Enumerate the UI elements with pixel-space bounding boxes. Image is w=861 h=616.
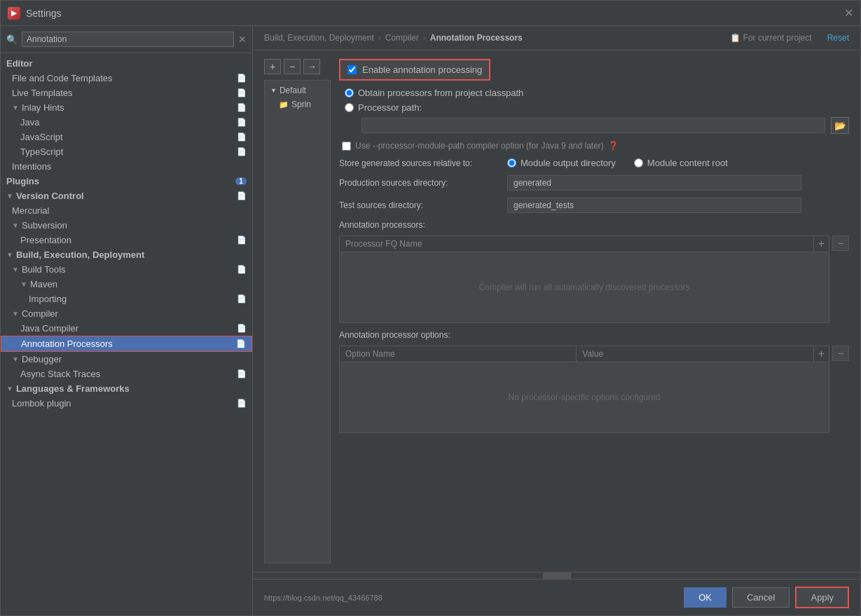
page-icon: 📄	[237, 294, 247, 303]
remove-profile-button[interactable]: −	[284, 59, 301, 74]
apply-button[interactable]: Apply	[795, 587, 849, 608]
cancel-button[interactable]: Cancel	[732, 587, 790, 608]
option-value-col: Value	[577, 346, 813, 362]
annotation-processors-label: Annotation Processors	[21, 338, 113, 349]
sidebar-item-annotation-processors[interactable]: Annotation Processors 📄	[1, 336, 252, 352]
ok-button[interactable]: OK	[684, 587, 726, 608]
sidebar-item-javascript[interactable]: JavaScript 📄	[1, 130, 252, 144]
processors-table-header: Processor FQ Name +	[340, 236, 829, 252]
sidebar-item-java[interactable]: Java 📄	[1, 115, 252, 130]
module-content-radio[interactable]	[634, 158, 643, 167]
store-generated-label: Store generated sources relative to:	[339, 158, 500, 168]
default-label: Default	[280, 85, 306, 95]
sidebar-item-mercurial[interactable]: Mercurial	[1, 203, 252, 218]
module-content-label[interactable]: Module content root	[647, 158, 728, 168]
java-label: Java	[20, 117, 39, 128]
csdn-link[interactable]: https://blog.csdn.net/qq_43466788	[264, 594, 383, 602]
processor-add-button[interactable]: +	[814, 236, 829, 252]
sidebar-item-compiler[interactable]: ▼ Compiler	[1, 306, 252, 321]
arrow-icon: ▼	[12, 221, 19, 229]
module-output-label[interactable]: Module output directory	[521, 158, 616, 168]
sidebar-item-typescript[interactable]: TypeScript 📄	[1, 144, 252, 159]
processor-path-label[interactable]: Processor path:	[358, 102, 422, 113]
options-table-wrapper: Option Name Value + No processor-specifi…	[339, 345, 849, 433]
processor-path-radio[interactable]	[345, 103, 354, 112]
sidebar-item-inlay-hints[interactable]: ▼ Inlay Hints 📄	[1, 100, 252, 115]
mini-tree-sprin[interactable]: 📁 Sprin	[268, 97, 327, 111]
obtain-classpath-row: Obtain processors from project classpath	[345, 88, 849, 98]
reset-button[interactable]: Reset	[827, 33, 849, 43]
options-table-header: Option Name Value +	[340, 346, 829, 362]
annotation-processors-title: Annotation processors:	[339, 220, 849, 230]
use-module-path-checkbox[interactable]	[342, 142, 351, 151]
test-sources-input[interactable]	[507, 198, 801, 213]
tree-toolbar: + − →	[264, 59, 331, 74]
sidebar-tree: Editor File and Code Templates 📄 Live Te…	[1, 53, 252, 615]
search-clear-button[interactable]: ✕	[238, 34, 247, 45]
sidebar-item-build-tools[interactable]: ▼ Build Tools 📄	[1, 262, 252, 277]
sidebar-item-intentions[interactable]: Intentions	[1, 159, 252, 174]
intentions-label: Intentions	[12, 161, 51, 172]
obtain-classpath-radio[interactable]	[345, 88, 354, 97]
debugger-label: Debugger	[22, 354, 62, 364]
breadcrumb-part1: Build, Execution, Deployment	[264, 33, 374, 43]
sidebar-item-maven[interactable]: ▼ Maven	[1, 277, 252, 292]
sidebar-item-build-execution[interactable]: ▼ Build, Execution, Deployment	[1, 247, 252, 262]
left-tree-panel: + − → ▼ Default 📁 Sprin	[264, 59, 331, 563]
sidebar-item-importing[interactable]: Importing 📄	[1, 292, 252, 306]
processor-path-row: Processor path:	[345, 102, 849, 113]
help-icon[interactable]: ❓	[608, 141, 619, 151]
options-table-body: No processor-specific options configured	[340, 362, 829, 432]
sidebar-item-presentation[interactable]: Presentation 📄	[1, 233, 252, 247]
use-module-path-label[interactable]: Use --processor-module-path compiler opt…	[355, 141, 604, 151]
folder-icon: 📁	[279, 100, 289, 109]
plugins-label: Plugins	[6, 176, 39, 186]
search-input[interactable]	[22, 32, 234, 47]
page-icon: 📄	[237, 147, 247, 156]
navigate-button[interactable]: →	[303, 59, 320, 74]
sidebar-item-file-code-templates[interactable]: File and Code Templates 📄	[1, 71, 252, 85]
plugins-badge: 1	[235, 177, 247, 185]
production-sources-label: Production sources directory:	[339, 178, 500, 188]
annotation-processors-section: Annotation processors: Processor FQ Name…	[339, 220, 849, 323]
sidebar-item-plugins[interactable]: Plugins 1	[1, 174, 252, 189]
sidebar-item-subversion[interactable]: ▼ Subversion	[1, 218, 252, 233]
scrollbar	[253, 572, 860, 579]
production-sources-input[interactable]	[507, 175, 801, 191]
processor-col-header: Processor FQ Name	[340, 236, 814, 252]
for-current-project: 📋 For current project	[730, 33, 811, 43]
titlebar: ▶ Settings ✕	[1, 1, 860, 26]
obtain-classpath-label[interactable]: Obtain processors from project classpath	[358, 88, 523, 98]
module-output-radio[interactable]	[507, 158, 516, 167]
sidebar-item-async-stack-traces[interactable]: Async Stack Traces 📄	[1, 367, 252, 381]
page-icon: 📄	[237, 118, 247, 127]
processor-path-input[interactable]	[361, 118, 825, 133]
sidebar-item-debugger[interactable]: ▼ Debugger	[1, 352, 252, 367]
sidebar-item-version-control[interactable]: ▼ Version Control 📄	[1, 189, 252, 203]
mini-tree-default[interactable]: ▼ Default	[268, 83, 327, 97]
breadcrumb: Build, Execution, Deployment › Compiler …	[253, 26, 860, 50]
arrow-icon: ▼	[6, 192, 13, 200]
sidebar-item-java-compiler[interactable]: Java Compiler 📄	[1, 321, 252, 336]
processor-remove-button[interactable]: −	[832, 235, 849, 251]
breadcrumb-sep2: ›	[423, 33, 426, 43]
java-compiler-label: Java Compiler	[20, 323, 78, 334]
option-remove-button[interactable]: −	[832, 345, 849, 361]
browse-button[interactable]: 📂	[831, 117, 849, 134]
build-execution-label: Build, Execution, Deployment	[16, 249, 144, 260]
option-add-button[interactable]: +	[814, 346, 829, 362]
compiler-label: Compiler	[22, 308, 58, 319]
sidebar-item-languages-frameworks[interactable]: ▼ Languages & Frameworks	[1, 381, 252, 396]
mercurial-label: Mercurial	[12, 205, 49, 216]
breadcrumb-sep1: ›	[378, 33, 381, 43]
enable-annotation-checkbox[interactable]	[347, 65, 357, 74]
processors-table-body: Compiler will run all automatically disc…	[340, 252, 829, 322]
sidebar-item-lombok-plugin[interactable]: Lombok plugin 📄	[1, 396, 252, 411]
sidebar-item-editor[interactable]: Editor	[1, 56, 252, 71]
sidebar-item-live-templates[interactable]: Live Templates 📄	[1, 85, 252, 100]
page-icon: 📄	[237, 103, 247, 112]
page-icon: 📄	[237, 191, 247, 200]
close-button[interactable]: ✕	[844, 6, 853, 20]
enable-annotation-label[interactable]: Enable annotation processing	[362, 64, 482, 75]
add-profile-button[interactable]: +	[264, 59, 281, 74]
